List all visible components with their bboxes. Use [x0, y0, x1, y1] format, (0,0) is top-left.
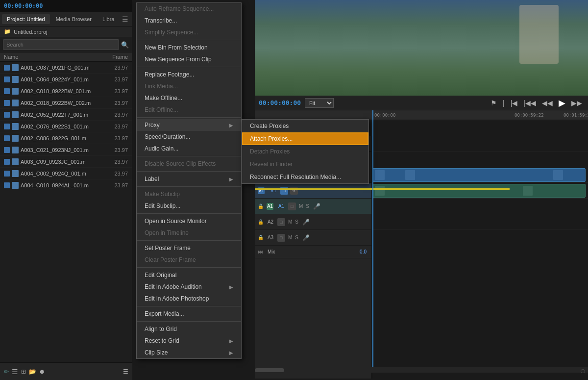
transport-controls: ⚑ | |◀ |◀◀ ◀◀ ▶ ▶▶ [489, 97, 584, 109]
menu-link-media[interactable]: Link Media... [137, 80, 241, 92]
track-a1-active[interactable]: A1 [267, 203, 273, 210]
step-forward-button[interactable]: ▶▶ [569, 98, 584, 108]
go-to-in-button[interactable]: |◀◀ [521, 98, 538, 108]
menu-clear-poster[interactable]: Clear Poster Frame [137, 254, 241, 266]
menu-new-sequence[interactable]: New Sequence From Clip [137, 53, 241, 65]
separator-11 [137, 321, 241, 322]
folder-new-icon[interactable]: 📂 [29, 368, 36, 375]
reset-grid-arrow-icon: ▶ [229, 338, 233, 344]
list-item[interactable]: A002_C018_0922BW_002.m 23.97 [0, 97, 132, 109]
menu-new-bin[interactable]: New Bin From Selection [137, 42, 241, 53]
track-a2-lock[interactable]: 🔒 [258, 219, 264, 225]
list-item[interactable]: A003_C09_0923JC_001.m 23.97 [0, 156, 132, 168]
menu-export-media[interactable]: Export Media... [137, 308, 241, 320]
menu-edit-offline[interactable]: Edit Offline... [137, 104, 241, 116]
file-rate: 23.97 [108, 112, 128, 118]
audio-waveform [373, 184, 585, 197]
file-rate: 23.97 [108, 135, 128, 141]
search-icon[interactable]: 🔍 [121, 41, 129, 49]
track-a2-toggle[interactable]: □ [277, 218, 285, 226]
file-rate: 23.97 [108, 159, 128, 165]
list-item[interactable]: A001_C064_09224Y_001.m 23.97 [0, 74, 132, 85]
record-icon[interactable]: ⏺ [39, 368, 45, 375]
tab-project[interactable]: Project: Untitled [2, 14, 50, 24]
track-a3-m[interactable]: M [288, 235, 292, 240]
list-item[interactable]: A004_C002_0924Q_001.m 23.97 [0, 168, 132, 179]
video-clip[interactable] [372, 168, 586, 182]
separator-3 [137, 117, 241, 118]
menu-clip-size[interactable]: Clip Size ▶ [137, 347, 241, 358]
menu-edit-photoshop[interactable]: Edit in Adobe Photoshop [137, 293, 241, 304]
menu-edit-original[interactable]: Edit Original [137, 269, 241, 281]
proxy-submenu: Create Proxies Attach Proxies... Detach … [242, 119, 369, 184]
track-a3-s[interactable]: S [295, 235, 298, 240]
list-view-icon[interactable]: ☰ [12, 368, 18, 376]
menu-audio-gain[interactable]: Audio Gain... [137, 143, 241, 154]
grid-view-icon[interactable]: ⊞ [21, 368, 26, 375]
menu-speed-duration[interactable]: Speed/Duration... [137, 131, 241, 143]
list-item[interactable]: A002_C018_0922BW_001.m 23.97 [0, 85, 132, 97]
edit-icon[interactable]: ✏ [4, 368, 9, 375]
menu-edit-audition[interactable]: Edit in Adobe Audition ▶ [137, 281, 241, 293]
scrollbar-thumb[interactable] [255, 368, 284, 372]
play-button[interactable]: ▶ [557, 97, 567, 109]
list-item[interactable]: A002_C086_0922G_001.m 23.97 [0, 132, 132, 144]
list-item[interactable]: A002_C076_0922S1_001.m 23.97 [0, 121, 132, 132]
list-item[interactable]: A003_C021_0923NJ_001.m 23.97 [0, 144, 132, 156]
menu-simplify[interactable]: Simplify Sequence... [137, 26, 241, 38]
menu-edit-subclip[interactable]: Edit Subclip... [137, 200, 241, 212]
menu-disable-source[interactable]: Disable Source Clip Effects [137, 158, 241, 170]
timeline-ruler: 00:00:00 00:00:59:22 00:01:59:21 [255, 110, 588, 120]
clip-icon [12, 158, 19, 165]
tab-library[interactable]: Libra [98, 14, 119, 24]
track-a3-lock[interactable]: 🔒 [258, 235, 264, 241]
menu-align-grid[interactable]: Align to Grid [137, 323, 241, 335]
proxy-create[interactable]: Create Proxies [242, 120, 368, 132]
track-a3-toggle[interactable]: □ [277, 234, 285, 242]
menu-open-timeline[interactable]: Open in Timeline [137, 227, 241, 239]
track-v1-toggle[interactable]: □ [280, 187, 288, 195]
panel-menu-icon[interactable]: ☰ [122, 15, 128, 23]
audio-clip[interactable] [372, 184, 586, 198]
track-v1-eye[interactable]: 👁 [290, 187, 298, 195]
panel-settings-icon[interactable]: ☰ [123, 368, 128, 375]
track-a2-s[interactable]: S [295, 219, 298, 225]
proxy-reveal[interactable]: Reveal in Finder [242, 158, 368, 171]
label-arrow-icon: ▶ [229, 177, 233, 182]
timeline-v1-row[interactable] [372, 167, 588, 183]
mark-out-button[interactable]: | [501, 98, 507, 108]
proxy-attach[interactable]: Attach Proxies... [242, 132, 368, 145]
tab-media-browser[interactable]: Media Browser [51, 14, 97, 24]
timeline-scrollbar[interactable]: ◯ [255, 367, 588, 373]
search-input[interactable] [3, 39, 119, 50]
menu-make-subclip[interactable]: Make Subclip [137, 188, 241, 200]
track-a1-lock[interactable]: 🔒 [258, 203, 264, 209]
file-checkbox [4, 182, 10, 188]
menu-label[interactable]: Label ▶ [137, 173, 241, 185]
fit-select[interactable]: Fit 25% 50% 100% [305, 98, 334, 108]
mark-in-button[interactable]: ⚑ [489, 98, 499, 108]
track-a1-s[interactable]: S [306, 203, 309, 209]
list-item[interactable]: A004_C010_0924AL_001.m 23.97 [0, 179, 132, 191]
track-a1-toggle[interactable]: □ [288, 203, 296, 210]
menu-reset-grid[interactable]: Reset to Grid ▶ [137, 335, 241, 347]
timeline-a1-row[interactable] [372, 183, 588, 199]
mark-clip-button[interactable]: |◀ [509, 98, 520, 108]
menu-open-source-monitor[interactable]: Open in Source Monitor [137, 215, 241, 227]
file-checkbox [4, 147, 10, 153]
track-a1-m[interactable]: M [299, 203, 303, 209]
menu-transcribe[interactable]: Transcribe... [137, 15, 241, 26]
track-a2-m[interactable]: M [288, 219, 292, 225]
track-mix-prev-btn[interactable]: ⏮ [258, 249, 264, 255]
ruler-time-2: 00:01:59:21 [564, 113, 588, 118]
menu-set-poster[interactable]: Set Poster Frame [137, 242, 241, 254]
menu-auto-reframe[interactable]: Auto Reframe Sequence... [137, 3, 241, 15]
list-item[interactable]: A001_C037_0921FG_001.m 23.97 [0, 62, 132, 74]
proxy-detach[interactable]: Detach Proxies [242, 145, 368, 158]
menu-replace-footage[interactable]: Replace Footage... [137, 69, 241, 80]
step-back-button[interactable]: ◀◀ [540, 98, 555, 108]
proxy-reconnect[interactable]: Reconnect Full Resolution Media... [242, 171, 368, 183]
menu-proxy[interactable]: Proxy ▶ [137, 119, 241, 131]
menu-make-offline[interactable]: Make Offline... [137, 92, 241, 104]
list-item[interactable]: A002_C052_0922T7_001.m 23.97 [0, 109, 132, 121]
